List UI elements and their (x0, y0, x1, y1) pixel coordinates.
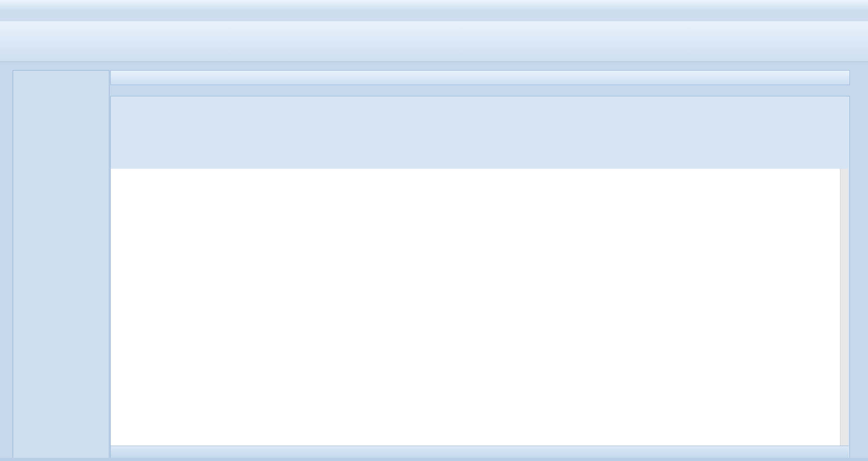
ribbon-tab-bar (0, 10, 868, 22)
report-scrollbar[interactable] (840, 169, 848, 446)
report-area (111, 169, 840, 446)
ribbon (0, 21, 868, 62)
steps-explorer-window: const data = JSON.parse(document.getElem… (0, 0, 868, 461)
document-tab-bar (111, 446, 849, 458)
folder-list-panel (13, 70, 109, 459)
content-header (110, 70, 850, 85)
titlebar (0, 0, 868, 10)
window-bottom-border (0, 458, 868, 461)
